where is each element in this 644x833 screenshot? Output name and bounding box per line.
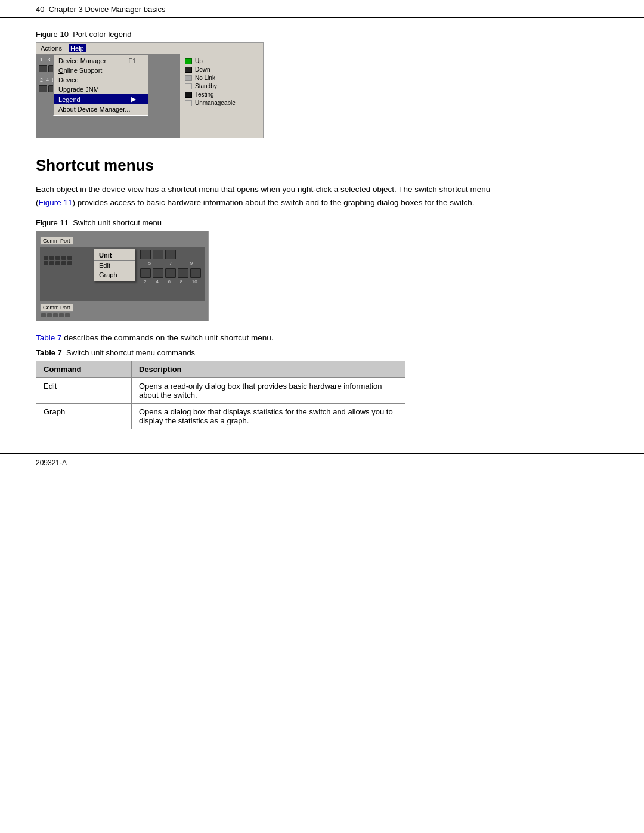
legend-item-standby: Standby — [185, 83, 258, 89]
port — [39, 85, 47, 92]
context-menu-title: Unit — [94, 250, 135, 261]
mini-port — [67, 261, 72, 265]
port — [178, 268, 188, 278]
legend-color-testing — [185, 92, 192, 98]
help-dropdown: Device Manager F1 Online Support Device … — [53, 54, 148, 116]
figure11-link[interactable]: Figure 11 — [39, 198, 73, 207]
table-cell-command-graph: Graph — [36, 404, 132, 429]
legend-screenshot: Actions Help 1 3 — [36, 43, 263, 138]
dropdown-menu: Device Manager F1 Online Support Device … — [53, 54, 148, 116]
mini-port-cluster — [44, 256, 72, 265]
port — [140, 250, 151, 259]
menu-item-label: Upgrade JNM — [58, 86, 99, 93]
legend-color-down — [185, 67, 192, 73]
legend-item-down: Down — [185, 66, 258, 73]
menu-item-online-support[interactable]: Online Support — [54, 66, 148, 75]
context-menu: Unit Edit Graph — [94, 249, 135, 281]
mini-port — [55, 261, 60, 265]
menu-item-legend[interactable]: Legend ▶ — [54, 94, 148, 104]
legend-color-up — [185, 58, 192, 64]
menu-item-device-manager[interactable]: Device Manager F1 — [54, 56, 148, 66]
menu-item-upgrade-jnm[interactable]: Upgrade JNM — [54, 85, 148, 94]
comm-port-top: Comm Port — [40, 237, 73, 245]
port — [153, 250, 163, 259]
mini-port — [61, 256, 66, 260]
mini-port — [61, 261, 66, 265]
comm-port-connector — [44, 251, 72, 298]
mini-port — [44, 256, 48, 260]
table7: Command Description Edit Opens a read-on… — [36, 361, 405, 429]
table-cell-command-edit: Edit — [36, 378, 132, 404]
table7-reference-text: Table 7 describes the commands on the sw… — [36, 333, 608, 342]
mini-port — [55, 256, 60, 260]
body-paragraph: Each object in the device view has a sho… — [36, 183, 501, 209]
port — [153, 268, 163, 278]
menu-item-label: Legend — [58, 96, 80, 103]
header-bar: 40 Chapter 3 Device Manager basics — [0, 0, 644, 18]
header-chapter: 40 Chapter 3 Device Manager basics — [36, 5, 166, 14]
port — [165, 268, 176, 278]
legend-menubar: Actions Help — [36, 43, 263, 54]
legend-color-unmanageable — [185, 100, 192, 106]
right-ports: 5 7 9 2 4 6 — [140, 250, 201, 284]
page-container: 40 Chapter 3 Device Manager basics Figur… — [0, 0, 644, 833]
table7-label: Table 7 — [36, 348, 62, 357]
legend-item-nolink: No Link — [185, 75, 258, 81]
comm-port-bottom: Comm Port — [40, 304, 73, 312]
legend-item-unmanageable: Unmanageable — [185, 100, 258, 106]
port — [165, 250, 176, 259]
ports-row-2 — [140, 268, 201, 278]
mini-port — [41, 313, 46, 317]
legend-item-testing: Testing — [185, 91, 258, 98]
table7-caption: Table 7 Switch unit shortcut menu comman… — [36, 348, 608, 357]
bottom-comm-ports — [40, 313, 205, 317]
legend-item-up: Up — [185, 58, 258, 64]
menu-item-device[interactable]: Device — [54, 75, 148, 85]
mini-port — [59, 313, 64, 317]
legend-color-standby — [185, 83, 192, 89]
ports-row-1 — [140, 250, 201, 259]
menu-dropdown-area: 1 3 2 4 6 8 10 12 14 — [36, 54, 263, 138]
footer-bar: 209321-A — [0, 453, 644, 472]
figure11-label: Figure 11 Switch unit shortcut menu — [36, 218, 608, 227]
mini-port — [53, 313, 58, 317]
legend-panel: Up Down No Link Standby — [179, 54, 263, 138]
port-numbers-row1: 5 7 9 — [140, 261, 201, 266]
mini-port — [44, 261, 48, 265]
menu-item-label: Online Support — [58, 67, 102, 74]
table-row: Graph Opens a dialog box that displays s… — [36, 404, 405, 429]
table7-link[interactable]: Table 7 — [36, 333, 62, 342]
port — [140, 268, 151, 278]
context-menu-item-edit[interactable]: Edit — [94, 261, 135, 270]
footer-doc-number: 209321-A — [36, 459, 67, 467]
menu-item-label: About Device Manager... — [58, 106, 130, 113]
table-cell-desc-graph: Opens a dialog box that displays statist… — [132, 404, 405, 429]
table-cell-desc-edit: Opens a read-only dialog box that provid… — [132, 378, 405, 404]
section-heading-shortcut-menus: Shortcut menus — [36, 156, 608, 175]
mini-port — [49, 261, 54, 265]
port-numbers-row2: 2 4 6 8 10 — [140, 279, 201, 284]
mini-port — [67, 256, 72, 260]
switch-body-area: Unit Edit Graph 5 7 9 — [40, 247, 205, 301]
table-row: Edit Opens a read-only dialog box that p… — [36, 378, 405, 404]
col-header-description: Description — [132, 361, 405, 378]
table-header-row: Command Description — [36, 361, 405, 378]
main-content: Figure 10 Port color legend Actions Help… — [0, 18, 644, 429]
context-menu-item-graph[interactable]: Graph — [94, 270, 135, 280]
mini-port — [65, 313, 70, 317]
menu-item-label: Device Manager — [58, 57, 106, 64]
figure10-screenshot: Actions Help 1 3 — [36, 42, 264, 138]
figure10-label: Figure 10 Port color legend — [36, 30, 608, 39]
port — [190, 268, 201, 278]
figure11-screenshot: Comm Port — [36, 231, 209, 321]
mini-port — [47, 313, 52, 317]
menubar-item-actions[interactable]: Actions — [39, 44, 64, 52]
mini-port — [49, 256, 54, 260]
port — [39, 65, 47, 72]
legend-color-nolink — [185, 75, 192, 81]
menubar-item-help[interactable]: Help — [69, 44, 86, 52]
col-header-command: Command — [36, 361, 132, 378]
menu-item-label: Device — [58, 76, 79, 83]
menu-item-about[interactable]: About Device Manager... — [54, 104, 148, 114]
